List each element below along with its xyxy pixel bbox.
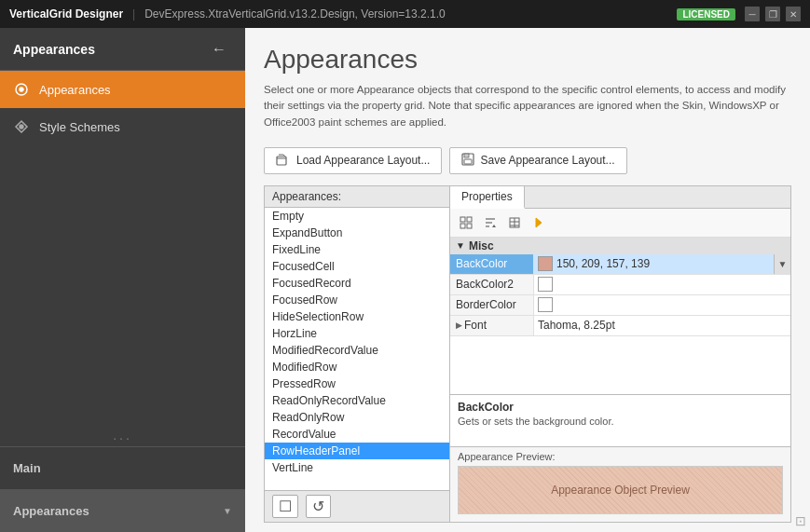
prop-value-backcolor: 150, 209, 157, 139	[534, 254, 774, 274]
svg-rect-10	[467, 224, 472, 228]
load-appearance-button[interactable]: Load Appearance Layout...	[264, 147, 442, 174]
list-item[interactable]: ModifiedRow	[265, 359, 449, 375]
preview-box: Appearance Object Preview	[458, 466, 783, 514]
refresh-button[interactable]: ↺	[306, 495, 331, 518]
list-item[interactable]: HorzLine	[265, 325, 449, 342]
appearances-panel-header: Appearances:	[265, 186, 449, 208]
prop-row-font[interactable]: ▶ Font Tahoma, 8.25pt	[450, 316, 790, 336]
sidebar-section-main[interactable]: Main	[0, 446, 245, 489]
sidebar-main-label: Main	[13, 461, 41, 475]
appearances-icon	[13, 81, 30, 98]
load-icon	[276, 153, 291, 169]
prop-name-font: ▶ Font	[450, 316, 534, 335]
list-item[interactable]: ModifiedRecordValue	[265, 342, 449, 359]
svg-point-2	[20, 125, 23, 129]
prop-name-backcolor2: BackColor2	[450, 275, 534, 294]
font-expand-arrow: ▶	[456, 321, 462, 330]
panels: Appearances: Empty ExpandButton FixedLin…	[245, 185, 810, 532]
reset-button[interactable]: ☐	[272, 495, 298, 518]
backcolor-swatch	[538, 256, 553, 271]
list-item[interactable]: Empty	[265, 208, 449, 225]
props-desc-title: BackColor	[458, 401, 783, 414]
appearances-panel: Appearances: Empty ExpandButton FixedLin…	[264, 185, 450, 523]
svg-rect-9	[460, 224, 465, 228]
sidebar-appearances-label: Appearances	[39, 83, 111, 97]
page-description: Select one or more Appearance objects th…	[264, 82, 786, 130]
list-item[interactable]: FocusedRow	[265, 292, 449, 308]
props-pages-button[interactable]	[504, 212, 525, 233]
list-item[interactable]: ExpandButton	[265, 225, 449, 241]
resize-handle[interactable]: ⊡	[795, 513, 806, 528]
title-separator: |	[132, 7, 135, 20]
svg-rect-8	[467, 217, 472, 222]
sidebar-back-button[interactable]: ←	[206, 39, 232, 60]
appearances-list[interactable]: Empty ExpandButton FixedLine FocusedCell…	[265, 208, 449, 490]
toolbar: Load Appearance Layout... Save Appearanc…	[245, 140, 810, 185]
content-header: Appearances Select one or more Appearanc…	[245, 28, 810, 140]
props-events-button[interactable]	[529, 212, 549, 233]
sidebar-item-style-schemes[interactable]: Style Schemes	[0, 108, 245, 145]
app-name: VerticalGrid Designer	[9, 7, 123, 20]
props-categorize-button[interactable]	[456, 212, 476, 233]
content-wrapper: Appearances Select one or more Appearanc…	[245, 28, 810, 532]
sidebar: Appearances ← Appearances Style Schemes	[0, 28, 245, 532]
sidebar-section-appearances[interactable]: Appearances ▼	[0, 489, 245, 532]
load-button-label: Load Appearance Layout...	[296, 154, 430, 167]
section-arrow-icon: ▼	[456, 240, 465, 251]
preview-section: Appearance Preview: Appearance Object Pr…	[450, 446, 790, 522]
font-text: Tahoma, 8.25pt	[538, 319, 615, 332]
minimize-button[interactable]: ─	[745, 7, 760, 21]
tab-properties[interactable]: Properties	[450, 186, 525, 209]
section-misc-label: Misc	[469, 239, 494, 252]
prop-name-bordercolor: BorderColor	[450, 295, 534, 315]
svg-rect-5	[464, 154, 469, 157]
prop-row-backcolor2[interactable]: BackColor2	[450, 275, 790, 295]
panel-footer: ☐ ↺	[265, 490, 449, 522]
props-desc-text: Gets or sets the background color.	[458, 416, 783, 427]
prop-value-bordercolor	[534, 295, 790, 315]
sidebar-appearances-section-label: Appearances	[13, 504, 89, 518]
list-item[interactable]: ReadOnlyRow	[265, 409, 449, 426]
list-item[interactable]: RecordValue	[265, 426, 449, 443]
sidebar-item-appearances[interactable]: Appearances	[0, 71, 245, 108]
prop-value-font: Tahoma, 8.25pt	[534, 316, 790, 335]
list-item[interactable]: FixedLine	[265, 241, 449, 258]
sidebar-spacer	[0, 145, 245, 424]
close-button[interactable]: ✕	[786, 7, 801, 21]
style-schemes-icon	[13, 118, 30, 135]
sidebar-expand-button[interactable]: ▼	[223, 506, 232, 516]
props-toolbar	[450, 209, 790, 238]
restore-button[interactable]: ❐	[765, 7, 780, 21]
list-item[interactable]: ReadOnlyRecordValue	[265, 392, 449, 409]
list-item-selected[interactable]: RowHeaderPanel	[265, 443, 449, 459]
sidebar-header: Appearances ←	[0, 28, 245, 71]
licensed-badge: LICENSED	[677, 8, 735, 20]
window-controls: ─ ❐ ✕	[745, 7, 801, 21]
list-item[interactable]: FocusedCell	[265, 258, 449, 275]
properties-panel: Properties	[450, 185, 791, 523]
main-layout: Appearances ← Appearances Style Schemes	[0, 28, 810, 532]
preview-text: Appearance Object Preview	[551, 484, 690, 497]
props-section-misc[interactable]: ▼ Misc	[450, 238, 790, 254]
prop-value-backcolor2	[534, 275, 790, 294]
list-item[interactable]: VertLine	[265, 459, 449, 476]
prop-row-bordercolor[interactable]: BorderColor	[450, 295, 790, 316]
list-item[interactable]: FocusedRecord	[265, 275, 449, 292]
sidebar-style-schemes-label: Style Schemes	[39, 120, 120, 134]
sidebar-header-label: Appearances	[13, 42, 95, 57]
backcolor-dropdown-button[interactable]: ▼	[774, 254, 790, 274]
content-area: Appearances Select one or more Appearanc…	[245, 28, 810, 532]
props-description: BackColor Gets or sets the background co…	[450, 394, 790, 446]
title-bar: VerticalGrid Designer | DevExpress.XtraV…	[0, 0, 810, 28]
svg-point-1	[20, 88, 23, 91]
preview-label: Appearance Preview:	[450, 447, 790, 466]
save-icon	[461, 153, 474, 169]
save-appearance-button[interactable]: Save Appearance Layout...	[449, 147, 626, 174]
prop-row-backcolor[interactable]: BackColor 150, 209, 157, 139 ▼	[450, 254, 790, 275]
svg-rect-3	[277, 157, 286, 165]
list-item[interactable]: HideSelectionRow	[265, 308, 449, 325]
svg-rect-7	[460, 217, 465, 222]
props-sort-button[interactable]	[480, 212, 501, 233]
version-text: DevExpress.XtraVerticalGrid.v13.2.Design…	[144, 7, 667, 20]
list-item[interactable]: PressedRow	[265, 375, 449, 392]
